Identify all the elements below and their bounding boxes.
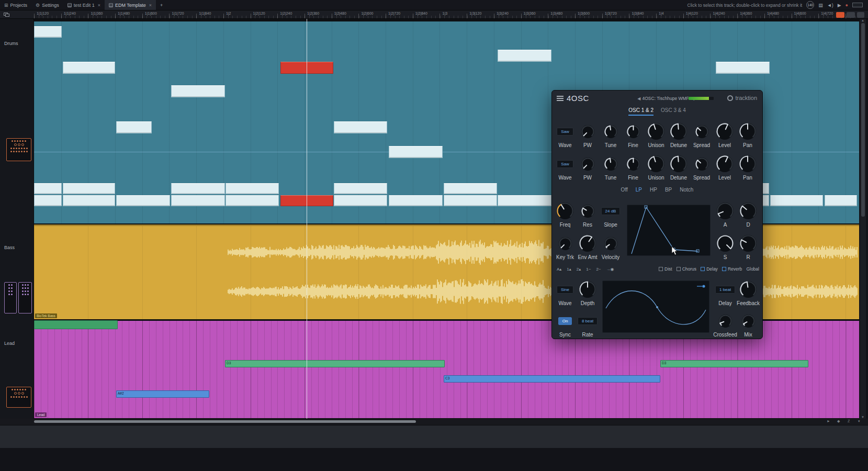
plugin-menu-icon[interactable] — [557, 96, 563, 101]
knob-d[interactable]: D — [733, 200, 763, 228]
edit-tab-test-edit-1[interactable]: test Edit 1× — [63, 0, 105, 10]
zoom-z-icon[interactable]: Z — [848, 419, 850, 423]
cpu-usage-badge[interactable]: 140 — [806, 1, 814, 9]
checkbox-delay[interactable] — [701, 267, 705, 271]
ruler-option-button-1[interactable] — [847, 12, 855, 18]
mod-source-icon[interactable]: A▴ — [557, 267, 561, 272]
bass-device-panel-2[interactable] — [18, 282, 32, 313]
record-mini-icon[interactable]: ● — [846, 3, 848, 8]
drum-clip[interactable] — [171, 85, 225, 97]
tab-osc-1-2[interactable]: OSC 1 & 2 — [628, 107, 653, 116]
preset-prev-icon[interactable]: ◀ — [636, 96, 642, 101]
drum-clip[interactable] — [171, 183, 225, 194]
playhead[interactable] — [307, 19, 307, 419]
projects-menu[interactable]: ⊞ Projects — [0, 0, 31, 10]
filter-mode-lp[interactable]: LP — [636, 187, 642, 193]
knob-feedback[interactable]: Feedback — [733, 279, 763, 306]
midi-clip[interactable]: C3 — [444, 375, 660, 383]
midi-clip[interactable] — [34, 320, 118, 329]
knob-pan[interactable]: Pan — [732, 121, 763, 148]
mod-source-icon[interactable]: 1~ — [586, 267, 591, 272]
tab-close-icon[interactable]: × — [98, 3, 100, 8]
lead-device-panel[interactable] — [6, 387, 31, 408]
drum-clip[interactable] — [334, 195, 387, 206]
fx-toggle-reverb[interactable]: Reverb — [722, 266, 742, 272]
drum-clip[interactable] — [770, 195, 823, 206]
track-name-bass[interactable]: Bass — [4, 245, 15, 250]
lfo-wave-display[interactable] — [602, 281, 709, 333]
drum-clip[interactable] — [63, 195, 115, 206]
drum-clip[interactable] — [389, 146, 443, 158]
fx-toggle-chorus[interactable]: Chorus — [677, 266, 696, 272]
corner-diamond-icon[interactable]: ◆ — [837, 419, 840, 423]
drum-clip[interactable] — [34, 195, 62, 206]
value-wave[interactable]: Saw — [557, 160, 573, 168]
drum-clip[interactable] — [498, 195, 551, 206]
drum-clip[interactable] — [34, 26, 62, 38]
checkbox-chorus[interactable] — [677, 267, 681, 271]
edit-tab-edm-template[interactable]: EDM Template× — [105, 0, 156, 10]
value-delay[interactable]: 1 beat — [715, 286, 735, 294]
ruler-option-button-2[interactable] — [857, 12, 864, 18]
global-button[interactable]: Global — [746, 266, 759, 272]
horizontal-scrollbar[interactable]: ► ◆ Z ▾ — [0, 419, 868, 425]
drum-clip[interactable] — [444, 195, 497, 206]
drums-device-panel[interactable] — [6, 138, 31, 161]
vertical-scrollbar[interactable]: ▲ ▼ — [860, 19, 866, 419]
drum-clip[interactable] — [716, 62, 770, 74]
lead-clip-label[interactable]: Lead — [35, 412, 47, 417]
filter-mode-off[interactable]: Off — [621, 187, 628, 193]
mod-source-icon[interactable]: 2~ — [596, 267, 601, 272]
midi-keyboard-icon[interactable]: ▤ — [818, 3, 823, 8]
knob-mix[interactable]: Mix — [733, 310, 763, 338]
new-tab-button[interactable]: + — [156, 0, 167, 10]
vertical-scroll-thumb[interactable] — [861, 23, 865, 217]
horizontal-scroll-thumb[interactable] — [34, 420, 416, 423]
mod-source-icon[interactable]: 1▴ — [567, 267, 571, 272]
fx-toggle-delay[interactable]: Delay — [701, 266, 718, 272]
track-name-lead[interactable]: Lead — [4, 341, 15, 346]
clip-view-icon[interactable] — [4, 13, 10, 17]
scroll-up-icon[interactable]: ▲ — [861, 19, 864, 22]
drum-clip[interactable] — [226, 195, 279, 206]
drum-clip[interactable] — [825, 195, 857, 206]
bass-clip-label[interactable]: BioTek Bass — [35, 313, 57, 318]
drum-clip[interactable] — [34, 183, 62, 194]
drum-clip[interactable] — [116, 195, 170, 206]
mod-source-icon[interactable]: →◉ — [606, 267, 614, 272]
filter-mode-bp[interactable]: BP — [665, 187, 672, 193]
tab-close-icon[interactable]: × — [149, 3, 152, 8]
drum-clip[interactable] — [334, 121, 387, 133]
filter-mode-notch[interactable]: Notch — [680, 187, 693, 193]
drum-clip[interactable] — [116, 121, 152, 133]
track-name-drums[interactable]: Drums — [4, 41, 18, 46]
midi-clip[interactable]: A#2 — [116, 390, 209, 398]
checkbox-dist[interactable] — [659, 267, 663, 271]
corner-tri-icon[interactable]: ► — [827, 419, 830, 423]
drum-clip[interactable] — [171, 195, 225, 206]
ruler-record-button[interactable] — [836, 12, 844, 18]
corner-chevron-icon[interactable]: ▾ — [858, 419, 860, 423]
filter-mode-hp[interactable]: HP — [650, 187, 657, 193]
drum-clip[interactable] — [63, 183, 115, 194]
knob-r[interactable]: R — [733, 233, 763, 260]
midi-clip[interactable]: D3 — [660, 360, 808, 367]
mod-source-icon[interactable]: 2▴ — [577, 267, 581, 272]
fx-toggle-dist[interactable]: Dist — [659, 266, 672, 272]
tab-osc-3-4[interactable]: OSC 3 & 4 — [661, 107, 686, 116]
drum-clip[interactable] — [63, 62, 115, 74]
drum-clip[interactable] — [226, 183, 279, 194]
play-mini-icon[interactable]: ▶ — [838, 3, 841, 8]
drum-clip[interactable] — [444, 183, 497, 194]
bass-device-panel-1[interactable] — [4, 282, 17, 313]
settings-menu[interactable]: ⚙ Settings — [31, 0, 63, 10]
drum-clip[interactable] — [334, 183, 387, 194]
drum-clip[interactable] — [498, 50, 551, 62]
speaker-icon[interactable]: ◄) — [827, 3, 833, 8]
knob-pan[interactable]: Pan — [732, 153, 763, 181]
filter-envelope-display[interactable] — [627, 205, 711, 256]
checkbox-reverb[interactable] — [722, 267, 726, 271]
value-wave[interactable]: Saw — [557, 128, 573, 136]
timeline-ruler[interactable]: 1|1|1201|1|2401|1|3601|1|4801|1|6001|1|7… — [0, 10, 868, 19]
midi-clip[interactable]: D3 — [225, 360, 445, 367]
